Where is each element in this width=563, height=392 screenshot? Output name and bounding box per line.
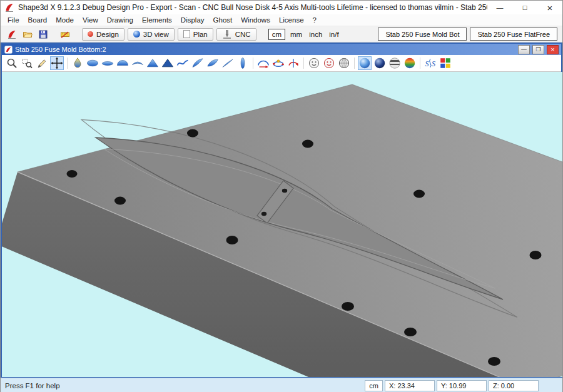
toolbar-separator: [420, 58, 420, 69]
toolbar-separator: [253, 58, 253, 69]
svg-text:S: S: [425, 59, 429, 68]
sphere-rainbow-icon[interactable]: [403, 56, 417, 70]
plan-page-icon: [183, 30, 190, 38]
board-tab-mold-bottom[interactable]: Stab 250 Fuse Mold Bot: [378, 28, 467, 41]
ball-red-icon[interactable]: [322, 56, 336, 70]
center-hole: [282, 189, 287, 193]
dome-arrow-icon[interactable]: [256, 56, 270, 70]
measure-icon[interactable]: [59, 28, 71, 41]
child-restore-button[interactable]: ❐: [532, 45, 544, 54]
screw-hole: [187, 129, 198, 138]
open-folder-icon[interactable]: [21, 28, 34, 41]
leaf-icon[interactable]: [206, 56, 220, 70]
zoom-icon[interactable]: [5, 56, 19, 70]
toolbar-separator: [303, 58, 304, 69]
menu-item-elements[interactable]: Elements: [138, 15, 176, 25]
ball-marks-icon[interactable]: [307, 56, 321, 70]
viewport-3d[interactable]: [2, 72, 561, 377]
titlebar: Shape3d X 9.1.2.3 Debug Design Pro - Exp…: [1, 1, 562, 14]
sphere-navy-icon[interactable]: [373, 56, 387, 70]
triangle-solid-icon[interactable]: [146, 56, 160, 70]
edit-pen-icon[interactable]: [35, 56, 49, 70]
unit-inch[interactable]: inch: [307, 31, 324, 38]
viewport-3d-scene[interactable]: [2, 72, 562, 377]
close-button[interactable]: ×: [537, 1, 562, 14]
menu-item-ghost[interactable]: Ghost: [209, 15, 237, 25]
status-z: Z: 0.00: [489, 380, 539, 391]
ellipse-thin-icon[interactable]: [101, 56, 114, 70]
menubar: File Board Mode View Drawing Elements Di…: [1, 14, 562, 26]
menu-item-file[interactable]: File: [3, 15, 24, 25]
color-grid-icon[interactable]: [439, 56, 452, 70]
menu-item-board[interactable]: Board: [24, 15, 52, 25]
brush-drop-icon[interactable]: [71, 56, 84, 70]
status-y: Y: 10.99: [437, 380, 487, 391]
minimize-button[interactable]: —: [487, 1, 512, 14]
window-title: Shape3d X 9.1.2.3 Debug Design Pro - Exp…: [18, 3, 487, 12]
menu-item-mode[interactable]: Mode: [51, 15, 78, 25]
child-toolbar: SS: [2, 55, 561, 72]
menu-item-windows[interactable]: Windows: [236, 15, 275, 25]
status-x: X: 23.34: [385, 380, 435, 391]
cnc-mill-icon: [222, 29, 232, 39]
menu-item-display[interactable]: Display: [176, 15, 209, 25]
toolbar-separator: [354, 58, 355, 69]
menu-item-license[interactable]: License: [275, 15, 308, 25]
rotate-roll-icon[interactable]: [287, 56, 300, 70]
mdi-area: Stab 250 Fuse Mold Bottom:2 — ❐ ×: [1, 43, 562, 378]
child-window: Stab 250 Fuse Mold Bottom:2 — ❐ ×: [1, 43, 562, 378]
crescent-icon[interactable]: [131, 56, 145, 70]
dome-icon[interactable]: [116, 56, 129, 70]
child-window-title: Stab 250 Fuse Mold Bottom:2: [15, 46, 515, 53]
child-minimize-button[interactable]: —: [518, 45, 530, 54]
unit-mm[interactable]: mm: [288, 31, 304, 38]
toolbar-separator: [67, 58, 68, 69]
app-logo-icon: [4, 3, 14, 13]
save-icon[interactable]: [37, 28, 49, 41]
sphere-striped-icon[interactable]: [388, 56, 402, 70]
wave-icon[interactable]: [176, 56, 190, 70]
ball-mesh-icon[interactable]: [337, 56, 351, 70]
svg-text:S: S: [432, 59, 435, 68]
screw-hole: [302, 140, 313, 148]
design-dot-icon: [88, 31, 93, 37]
rotate-pitch-icon[interactable]: [271, 56, 285, 70]
screw-hole: [67, 170, 78, 178]
maximize-button[interactable]: □: [512, 1, 537, 14]
screw-hole: [114, 197, 126, 205]
screw-hole: [413, 190, 425, 198]
status-help-text: Press F1 for help: [5, 382, 363, 389]
menu-item-help[interactable]: ?: [308, 15, 321, 25]
unit-inf[interactable]: in/f: [327, 31, 340, 38]
triangle-dark-icon[interactable]: [161, 56, 175, 70]
move-tool-icon[interactable]: [50, 56, 64, 70]
unit-selected[interactable]: cm: [268, 29, 285, 40]
sphere-3d-icon: [133, 31, 140, 38]
s-curves-icon[interactable]: SS: [424, 56, 437, 70]
ellipse-solid-icon[interactable]: [86, 56, 99, 70]
plan-button[interactable]: Plan: [178, 28, 213, 41]
screw-hole: [530, 251, 542, 259]
menu-item-view[interactable]: View: [78, 15, 103, 25]
lens-vertical-icon[interactable]: [236, 56, 250, 70]
screw-hole: [404, 328, 417, 336]
child-titlebar: Stab 250 Fuse Mold Bottom:2 — ❐ ×: [2, 44, 561, 55]
center-hole: [261, 212, 266, 216]
statusbar: Press F1 for help cm X: 23.34 Y: 10.99 Z…: [1, 378, 562, 392]
shape3d-logo-icon[interactable]: [6, 28, 18, 41]
menu-item-drawing[interactable]: Drawing: [103, 15, 138, 25]
cnc-button[interactable]: CNC: [216, 28, 256, 41]
view3d-button[interactable]: 3D view: [128, 28, 175, 41]
screw-hole: [342, 302, 354, 311]
blade-icon[interactable]: [221, 56, 235, 70]
child-window-icon: [4, 46, 13, 54]
screw-hole: [226, 236, 238, 244]
scimitar-icon[interactable]: [191, 56, 205, 70]
child-close-button[interactable]: ×: [547, 45, 559, 54]
zoom-region-icon[interactable]: [20, 56, 34, 70]
sphere-shaded-icon[interactable]: [358, 56, 372, 70]
app-window: Shape3d X 9.1.2.3 Debug Design Pro - Exp…: [0, 0, 563, 392]
screw-hole: [488, 357, 500, 366]
design-button[interactable]: Design: [82, 28, 124, 41]
board-tab-flatfree[interactable]: Stab 250 Fuse FlatFree: [470, 28, 557, 41]
